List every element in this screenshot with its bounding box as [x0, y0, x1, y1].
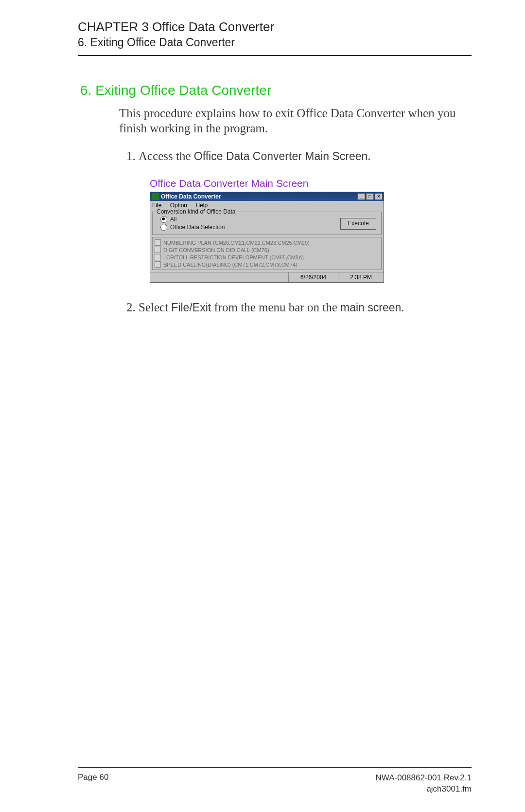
close-icon[interactable]: × [375, 193, 383, 200]
minimize-icon[interactable]: _ [357, 193, 365, 200]
maximize-icon[interactable]: □ [366, 193, 374, 200]
checkbox-icon[interactable] [155, 247, 161, 253]
step-1-pre: Access the [139, 149, 194, 162]
list-item-label: LCR/TOLL RESTRICTION DEVELOPMENT (CM85,C… [163, 254, 304, 260]
step-1: Access the Office Data Converter Main Sc… [139, 148, 472, 164]
radio-selection-label: Office Data Selection [170, 224, 225, 231]
page-footer: Page 60 NWA-008862-001 Rev.2.1 ajch3001.… [78, 767, 472, 795]
footer-docid: NWA-008862-001 Rev.2.1 [376, 773, 472, 784]
list-item-label: DIGIT CONVERSION ON DID CALL (CM76) [163, 247, 269, 253]
figure-caption: Office Data Converter Main Screen [150, 178, 472, 189]
step-1-bold: Office Data Converter Main Screen [194, 150, 368, 162]
checkbox-icon[interactable] [155, 261, 161, 268]
radio-all[interactable] [160, 216, 167, 223]
step-2-post: . [401, 301, 404, 314]
footer-file: ajch3001.fm [376, 784, 472, 795]
list-item[interactable]: DIGIT CONVERSION ON DID CALL (CM76) [155, 246, 379, 253]
window-titlebar: Office Data Converter _ □ × [150, 192, 384, 201]
list-item-label: NUMBERING PLAN (CM20,CM21,CM22,CM23,CM25… [163, 240, 310, 246]
list-item[interactable]: LCR/TOLL RESTRICTION DEVELOPMENT (CM85,C… [155, 253, 379, 261]
execute-button[interactable]: Execute [340, 218, 376, 230]
list-item[interactable]: NUMBERING PLAN (CM20,CM21,CM22,CM23,CM25… [155, 239, 379, 246]
checkbox-icon[interactable] [155, 254, 161, 260]
step-2-bold-1: File/Exit [171, 301, 211, 314]
chapter-title: CHAPTER 3 Office Data Converter [78, 19, 472, 35]
header-subtitle: 6. Exiting Office Data Converter [78, 36, 472, 49]
step-2-pre: Select [139, 301, 171, 314]
app-icon [152, 193, 159, 200]
step-2-mid: from the menu bar on the [211, 301, 340, 314]
menu-help[interactable]: Help [195, 202, 208, 209]
status-date: 6/26/2004 [288, 272, 338, 282]
status-bar: 6/26/2004 2:38 PM [150, 272, 384, 282]
section-heading: 6. Exiting Office Data Converter [80, 83, 472, 98]
radio-selection-row[interactable]: Office Data Selection [156, 224, 340, 231]
status-time: 2:38 PM [338, 272, 384, 282]
radio-selection[interactable] [160, 224, 167, 231]
list-item[interactable]: SPEED CALLING(DIALING) (CM71,CM72,CM73,C… [155, 261, 379, 268]
conversion-groupbox: Conversion kind of Office Data All Offic… [152, 212, 382, 235]
intro-paragraph: This procedure explains how to exit Offi… [119, 106, 472, 136]
group-legend: Conversion kind of Office Data [156, 208, 237, 215]
step-1-post: . [368, 149, 370, 162]
menu-option[interactable]: Option [170, 202, 187, 209]
menu-file[interactable]: File [152, 202, 161, 209]
options-listbox: NUMBERING PLAN (CM20,CM21,CM22,CM23,CM25… [152, 237, 382, 270]
list-item-label: SPEED CALLING(DIALING) (CM71,CM72,CM73,C… [163, 262, 298, 268]
checkbox-icon[interactable] [155, 239, 161, 246]
radio-all-row[interactable]: All [156, 216, 340, 223]
step-2-bold-2: main screen [340, 301, 401, 314]
window-title: Office Data Converter [161, 193, 356, 200]
radio-all-label: All [170, 216, 176, 223]
footer-page: Page 60 [78, 773, 108, 782]
step-2: Select File/Exit from the menu bar on th… [139, 300, 472, 316]
screenshot-window: Office Data Converter _ □ × File Option … [150, 192, 384, 283]
